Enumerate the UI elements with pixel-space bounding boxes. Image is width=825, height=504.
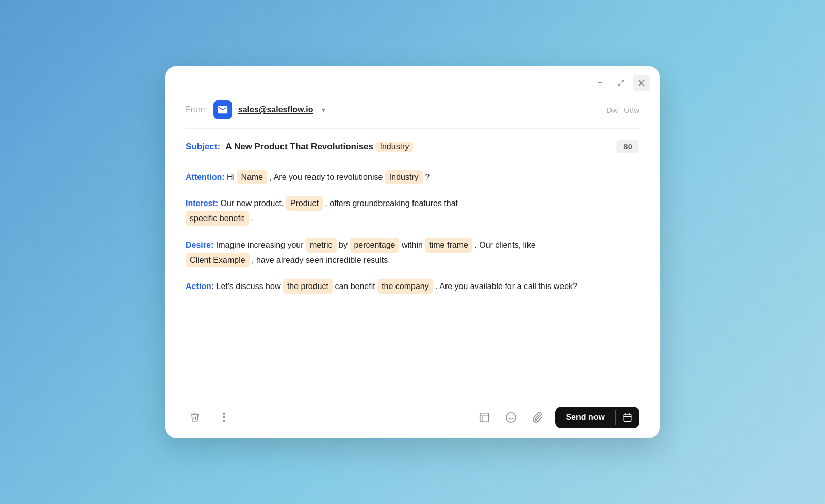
action-label: Action: [186,282,214,291]
subject-chip-industry: Industry [376,142,414,152]
from-row: From: sales@salesflow.io ▾ Dw Udw [165,91,660,128]
close-button[interactable] [633,75,650,91]
svg-rect-7 [480,413,489,422]
interest-label: Interest: [186,199,218,208]
send-now-button[interactable]: Send now [555,407,615,428]
email-compose-modal: − From: sales@salesflow.io [165,66,660,438]
subject-row: Subject: A New Product That Revolutionis… [165,129,660,164]
user-initials-dw: Dw [606,106,618,114]
action-paragraph: Action: Let's discuss how the product ca… [186,279,639,294]
schedule-send-button[interactable] [616,407,639,428]
delete-button[interactable] [186,408,204,427]
desire-text1: Imagine increasing your [216,241,304,249]
desire-chip-timeframe: time frame [425,238,472,253]
subject-text-before: A New Product That Revolutionises [226,142,374,152]
action-chip-company: the company [377,279,433,294]
compose-toolbar: Send now [165,397,660,438]
attention-paragraph: Attention: Hi Name , Are you ready to re… [186,170,639,184]
from-label: From: [186,105,207,114]
from-left: From: sales@salesflow.io ▾ [186,100,325,119]
interest-paragraph: Interest: Our new product, Product , off… [186,196,639,226]
attention-text2: , Are you ready to revolutionise [270,173,383,181]
user-initials: Dw Udw [606,106,639,114]
svg-point-10 [506,413,516,422]
svg-rect-13 [624,414,631,422]
desire-chip-client: Client Example [186,253,250,267]
attention-label: Attention: [186,173,225,181]
attention-text1: Hi [227,173,235,181]
svg-point-6 [223,420,225,422]
expand-button[interactable] [613,75,629,91]
action-text2: can benefit [335,282,375,291]
desire-paragraph: Desire: Imagine increasing your metric b… [186,238,639,267]
action-text3: . Are you available for a call this week… [435,282,578,291]
template-button[interactable] [475,408,493,427]
attention-chip-name: Name [237,170,268,184]
sender-email[interactable]: sales@salesflow.io [238,105,314,114]
emoji-button[interactable] [502,408,520,427]
attention-chip-industry: Industry [385,170,423,184]
subject-content: Subject: A New Product That Revolutionis… [186,142,413,152]
minimize-button[interactable]: − [592,75,608,91]
desire-chip-metric: metric [306,238,337,253]
send-button-group[interactable]: Send now [555,407,639,428]
desire-text2: by [339,241,348,249]
desire-text4: . Our clients, like [474,241,535,249]
email-dropdown-icon[interactable]: ▾ [322,106,325,114]
attach-button[interactable] [529,408,547,427]
desire-label: Desire: [186,241,213,249]
desire-chip-percentage: percentage [350,238,399,253]
toolbar-right: Send now [475,407,639,428]
subject-score: 80 [616,140,639,153]
interest-text1: Our new product, [221,199,284,208]
window-controls: − [165,66,660,91]
desire-text5: , have already seen incredible results. [252,256,390,264]
sender-avatar [213,100,232,119]
toolbar-left [186,408,233,427]
email-body: Attention: Hi Name , Are you ready to re… [165,164,660,397]
interest-chip-benefit: specific benefit [186,211,249,226]
user-initials-udw: Udw [624,106,639,114]
svg-point-4 [223,413,225,415]
interest-chip-product: Product [286,196,323,211]
action-chip-product: the product [283,279,333,294]
interest-text3: . [251,214,253,223]
desire-text3: within [402,241,423,249]
svg-point-5 [223,416,225,418]
action-text1: Let's discuss how [217,282,281,291]
more-options-button[interactable] [214,408,233,427]
subject-label: Subject: [186,142,220,152]
attention-text3: ? [425,173,430,181]
interest-text2: , offers groundbreaking features that [325,199,458,208]
